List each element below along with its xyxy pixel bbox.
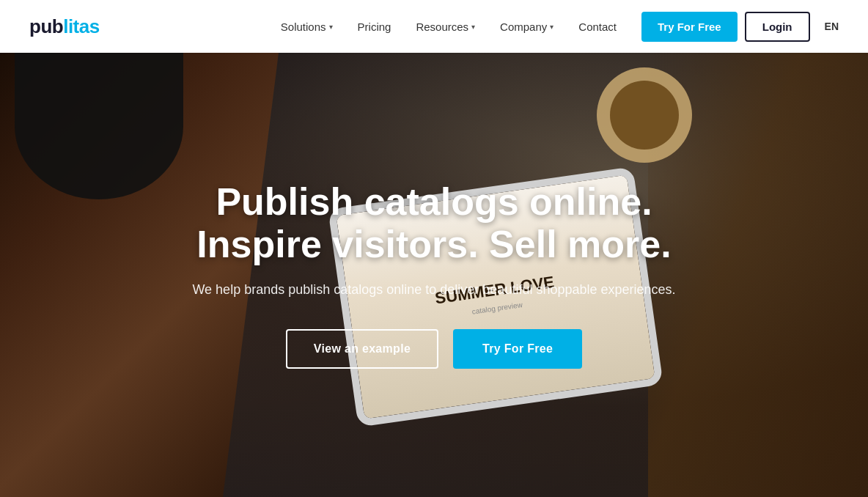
hero-content: Publish catalogs online. Inspire visitor… <box>141 181 727 368</box>
hero-try-free-button[interactable]: Try For Free <box>453 329 582 369</box>
nav-contact[interactable]: Contact <box>568 15 627 39</box>
chevron-down-icon-resources: ▾ <box>471 23 475 31</box>
navbar: publitas Solutions ▾ Pricing Resources ▾… <box>0 0 868 53</box>
coffee-inner <box>610 81 679 150</box>
nav-pricing[interactable]: Pricing <box>347 15 402 39</box>
hero-section: SUMMER LOVE catalog preview Publish cata… <box>0 53 868 497</box>
hero-subtitle: We help brands publish catalogs online t… <box>155 280 713 300</box>
nav-try-free-button[interactable]: Try For Free <box>641 12 738 42</box>
navbar-actions: Try For Free Login EN <box>641 12 839 42</box>
view-example-button[interactable]: View an example <box>286 329 438 369</box>
chevron-down-icon-company: ▾ <box>550 23 553 31</box>
main-nav: Solutions ▾ Pricing Resources ▾ Company … <box>271 15 627 39</box>
hero-buttons: View an example Try For Free <box>155 329 713 369</box>
nav-login-button[interactable]: Login <box>745 12 810 42</box>
logo-litas: litas <box>63 15 100 37</box>
hat-shape <box>15 53 183 199</box>
nav-resources[interactable]: Resources ▾ <box>405 15 485 39</box>
chevron-down-icon: ▾ <box>329 23 333 31</box>
nav-solutions[interactable]: Solutions ▾ <box>271 15 343 39</box>
logo-pub: pub <box>29 15 63 37</box>
hero-title: Publish catalogs online. Inspire visitor… <box>155 181 713 265</box>
language-selector[interactable]: EN <box>825 21 839 32</box>
logo[interactable]: publitas <box>29 15 100 38</box>
nav-company[interactable]: Company ▾ <box>490 15 564 39</box>
